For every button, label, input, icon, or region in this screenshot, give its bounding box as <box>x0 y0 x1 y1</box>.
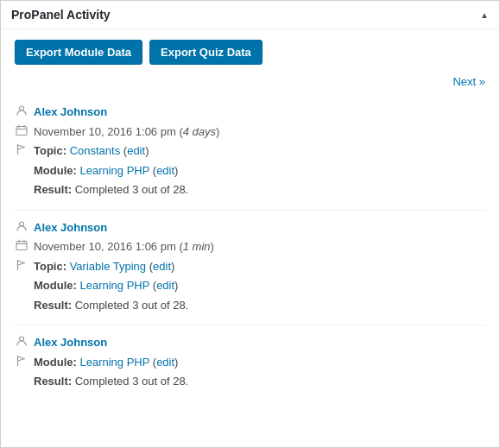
topic-edit-link[interactable]: edit <box>127 144 145 157</box>
user-icon <box>15 104 28 117</box>
user-icon <box>15 335 28 347</box>
module-row: Module: Learning PHP (edit) <box>15 354 485 371</box>
result-row: Result: Completed 3 out of 28. <box>15 373 485 390</box>
collapse-icon[interactable]: ▲ <box>480 10 489 20</box>
widget-body: Export Module Data Export Quiz Data Next… <box>1 29 499 412</box>
module-label: Module: <box>34 164 77 177</box>
duration-text: 4 days <box>183 125 216 138</box>
export-buttons-row: Export Module Data Export Quiz Data <box>15 40 485 65</box>
activity-item: Alex Johnson November 10, 2016 1:06 pm (… <box>15 95 485 211</box>
flag-icon <box>15 355 28 367</box>
result-value: Completed 3 out of 28. <box>75 183 189 196</box>
widget-header: ProPanel Activity ▲ <box>1 1 499 29</box>
timestamp-text: November 10, 2016 1:06 pm (4 days) <box>34 123 219 141</box>
module-detail: Module: Learning PHP (edit) <box>34 277 485 294</box>
module-detail: Module: Learning PHP (edit) <box>34 162 485 180</box>
user-link[interactable]: Alex Johnson <box>34 221 107 234</box>
export-quiz-button[interactable]: Export Quiz Data <box>149 40 263 65</box>
activity-item: Alex Johnson November 10, 2016 1:06 pm (… <box>15 211 485 326</box>
module-label: Module: <box>34 356 77 369</box>
topic-edit-link[interactable]: edit <box>153 260 171 273</box>
timestamp-row: November 10, 2016 1:06 pm (4 days) <box>15 123 485 141</box>
result-value: Completed 3 out of 28. <box>75 375 189 388</box>
module-link[interactable]: Learning PHP <box>79 279 149 292</box>
result-row: Result: Completed 3 out of 28. <box>15 297 485 314</box>
user-name: Alex Johnson <box>34 104 485 121</box>
user-icon <box>15 220 28 232</box>
result-detail: Result: Completed 3 out of 28. <box>34 181 485 199</box>
result-label: Result: <box>34 299 72 312</box>
module-link[interactable]: Learning PHP <box>79 164 149 177</box>
duration-text: 1 min <box>183 240 211 253</box>
topic-link[interactable]: Constants <box>70 144 121 157</box>
svg-point-0 <box>20 106 24 110</box>
timestamp-row: November 10, 2016 1:06 pm (1 min) <box>15 238 485 256</box>
flag-icon <box>15 259 28 271</box>
flag-icon <box>15 143 28 155</box>
topic-link[interactable]: Variable Typing <box>70 260 146 273</box>
module-link[interactable]: Learning PHP <box>79 356 149 369</box>
module-row: Module: Learning PHP (edit) <box>15 277 485 294</box>
calendar-icon <box>15 124 28 136</box>
topic-detail: Topic: Constants (edit) <box>34 142 485 160</box>
widget-title: ProPanel Activity <box>11 8 111 22</box>
svg-point-4 <box>20 337 24 341</box>
next-page-link[interactable]: Next » <box>453 75 485 88</box>
result-row: Result: Completed 3 out of 28. <box>15 181 485 199</box>
export-module-button[interactable]: Export Module Data <box>15 40 142 65</box>
topic-row: Topic: Constants (edit) <box>15 142 485 160</box>
topic-row: Topic: Variable Typing (edit) <box>15 258 485 275</box>
timestamp-text: November 10, 2016 1:06 pm (1 min) <box>34 238 214 256</box>
user-row: Alex Johnson <box>15 219 485 237</box>
topic-label: Topic: <box>34 144 66 157</box>
activity-item: Alex Johnson Module: Learning PHP (edit) <box>15 325 485 401</box>
user-row: Alex Johnson <box>15 334 485 351</box>
calendar-icon <box>15 239 28 251</box>
module-edit-link[interactable]: edit <box>156 164 174 177</box>
result-detail: Result: Completed 3 out of 28. <box>34 373 485 390</box>
propanel-activity-widget: ProPanel Activity ▲ Export Module Data E… <box>0 0 500 448</box>
user-link[interactable]: Alex Johnson <box>34 105 107 118</box>
result-detail: Result: Completed 3 out of 28. <box>34 297 485 314</box>
pagination-row: Next » <box>15 75 485 88</box>
user-row: Alex Johnson <box>15 104 485 121</box>
module-edit-link[interactable]: edit <box>156 279 174 292</box>
module-edit-link[interactable]: edit <box>156 356 174 369</box>
result-label: Result: <box>34 183 72 196</box>
topic-detail: Topic: Variable Typing (edit) <box>34 258 485 275</box>
topic-label: Topic: <box>34 260 66 273</box>
svg-rect-3 <box>16 242 27 250</box>
module-row: Module: Learning PHP (edit) <box>15 162 485 180</box>
svg-rect-1 <box>16 126 27 135</box>
module-detail: Module: Learning PHP (edit) <box>34 354 485 371</box>
result-value: Completed 3 out of 28. <box>75 299 189 312</box>
user-link[interactable]: Alex Johnson <box>34 336 107 349</box>
user-name: Alex Johnson <box>34 334 485 351</box>
activity-list: Alex Johnson November 10, 2016 1:06 pm (… <box>15 95 485 401</box>
module-label: Module: <box>34 279 77 292</box>
user-name: Alex Johnson <box>34 219 485 237</box>
svg-point-2 <box>20 222 24 226</box>
result-label: Result: <box>34 375 72 388</box>
